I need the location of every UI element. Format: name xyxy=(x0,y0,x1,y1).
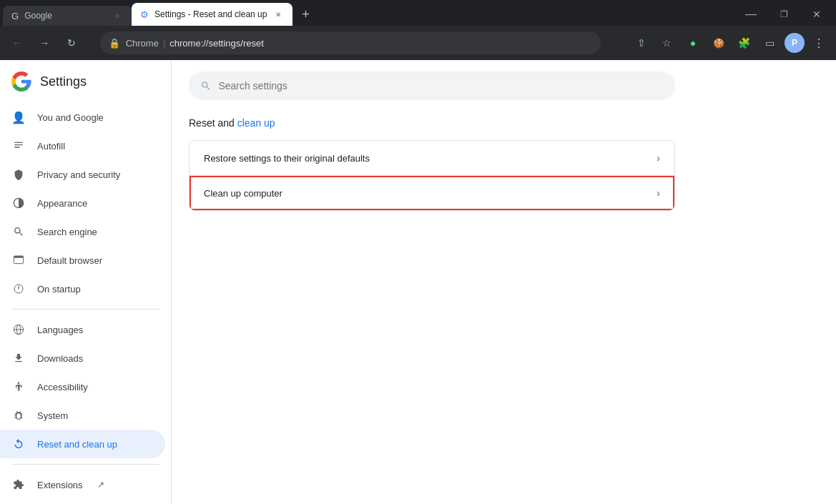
search-input[interactable] xyxy=(218,80,664,92)
tab-google-close[interactable]: ✕ xyxy=(112,10,123,21)
google-logo-icon xyxy=(11,71,31,92)
bookmark-button[interactable]: ☆ xyxy=(656,31,679,54)
accessibility-icon xyxy=(11,381,26,392)
sidebar-label-default-browser: Default browser xyxy=(37,255,102,266)
search-bar-wrapper xyxy=(189,71,819,100)
svg-rect-3 xyxy=(14,147,20,147)
page-title-reset-part: Reset and xyxy=(189,117,237,129)
address-bar-input[interactable]: 🔒 Chrome | chrome://settings/reset xyxy=(100,31,601,54)
sidebar-label-languages: Languages xyxy=(37,325,83,335)
settings-favicon: ⚙ xyxy=(140,9,149,20)
page-title: Reset and clean up xyxy=(189,117,819,129)
reload-button[interactable]: ↻ xyxy=(60,31,83,54)
external-link-icon: ↗ xyxy=(97,480,104,490)
minimize-button[interactable]: — xyxy=(734,3,767,26)
sidebar-label-extensions: Extensions xyxy=(37,480,83,490)
sidebar-label-appearance: Appearance xyxy=(37,198,87,209)
sidebar-item-extensions[interactable]: Extensions ↗ xyxy=(0,470,165,499)
sidebar-label-system: System xyxy=(37,410,68,421)
startup-icon xyxy=(11,283,26,295)
forward-button[interactable]: → xyxy=(33,31,56,54)
address-chrome-part: Chrome xyxy=(126,38,159,49)
restore-settings-arrow: › xyxy=(656,152,660,164)
clean-up-computer-arrow: › xyxy=(656,187,660,199)
restore-settings-text: Restore settings to their original defau… xyxy=(204,153,656,164)
title-bar: G Google ✕ ⚙ Settings - Reset and clean … xyxy=(0,0,836,26)
sidebar-label-on-startup: On startup xyxy=(37,284,81,295)
sidebar-label-search: Search engine xyxy=(37,227,97,237)
menu-button[interactable]: ⋮ xyxy=(807,31,830,54)
user-profile-button[interactable]: P xyxy=(785,33,805,53)
download-icon xyxy=(11,352,26,364)
address-separator: | xyxy=(163,38,165,49)
share-button[interactable]: ⇧ xyxy=(630,31,653,54)
svg-rect-2 xyxy=(14,144,23,145)
person-icon: 👤 xyxy=(11,111,26,124)
content-area: Reset and clean up Restore settings to t… xyxy=(172,60,836,504)
restore-button[interactable]: ❐ xyxy=(767,3,800,26)
sidebar-item-accessibility[interactable]: Accessibility xyxy=(0,372,165,401)
toggle-sidebar-button[interactable]: ▭ xyxy=(759,31,782,54)
clean-up-computer-row[interactable]: Clean up computer › xyxy=(190,176,674,210)
back-button[interactable]: ← xyxy=(6,31,29,54)
address-bar: ← → ↻ 🔒 Chrome | chrome://settings/reset… xyxy=(0,26,836,60)
appearance-icon xyxy=(11,197,26,209)
shield-icon xyxy=(11,169,26,180)
sidebar-label-you-and-google: You and Google xyxy=(37,112,104,123)
toolbar-icons: ⇧ ☆ ● 🍪 🧩 ▭ P ⋮ xyxy=(630,31,830,54)
address-full: chrome://settings/reset xyxy=(169,38,264,49)
sidebar-item-on-startup[interactable]: On startup xyxy=(0,275,165,303)
sidebar-label-privacy: Privacy and security xyxy=(37,169,120,180)
sidebar-header: Settings xyxy=(0,66,171,103)
browser-icon xyxy=(11,255,26,266)
google-favicon: G xyxy=(11,11,19,21)
tab-settings-label: Settings - Reset and clean up xyxy=(154,9,267,19)
sidebar-item-autofill[interactable]: Autofill xyxy=(0,132,165,160)
search-bar-icon xyxy=(200,80,211,92)
clean-up-computer-text: Clean up computer xyxy=(204,188,656,199)
sidebar-divider xyxy=(11,309,159,310)
svg-rect-1 xyxy=(14,142,23,143)
restore-settings-row[interactable]: Restore settings to their original defau… xyxy=(190,141,674,176)
sidebar-item-search-engine[interactable]: Search engine xyxy=(0,217,165,246)
search-bar[interactable] xyxy=(189,71,675,100)
settings-title: Settings xyxy=(40,74,87,89)
sidebar-label-downloads: Downloads xyxy=(37,353,83,364)
cookies-button[interactable]: 🍪 xyxy=(707,31,730,54)
tab-settings-close[interactable]: ✕ xyxy=(272,9,284,20)
sidebar: Settings 👤 You and Google Autofill Priva… xyxy=(0,60,172,504)
profile-circle[interactable]: ● xyxy=(682,31,704,54)
sidebar-label-accessibility: Accessibility xyxy=(37,382,88,392)
security-icon: 🔒 xyxy=(109,38,120,49)
search-icon xyxy=(11,226,26,237)
sidebar-item-you-and-google[interactable]: 👤 You and Google xyxy=(0,103,165,132)
sidebar-item-downloads[interactable]: Downloads xyxy=(0,344,165,372)
window-controls: — ❐ ✕ xyxy=(734,0,836,26)
autofill-icon xyxy=(11,140,26,152)
tab-google-label: Google xyxy=(24,11,52,21)
reset-icon xyxy=(11,438,26,450)
sidebar-divider-2 xyxy=(11,464,159,465)
globe-icon xyxy=(11,324,26,335)
sidebar-item-appearance[interactable]: Appearance xyxy=(0,189,165,217)
settings-card: Restore settings to their original defau… xyxy=(189,140,675,211)
sidebar-item-default-browser[interactable]: Default browser xyxy=(0,246,165,275)
svg-rect-6 xyxy=(14,256,23,258)
tab-google[interactable]: G Google ✕ xyxy=(3,6,132,26)
system-icon xyxy=(11,410,26,421)
extensions-sidebar-icon xyxy=(11,479,26,490)
sidebar-item-reset-clean[interactable]: Reset and clean up xyxy=(0,430,165,458)
main-layout: Settings 👤 You and Google Autofill Priva… xyxy=(0,60,836,504)
new-tab-button[interactable]: + xyxy=(295,4,315,24)
sidebar-item-system[interactable]: System xyxy=(0,401,165,430)
page-title-blue-part: clean up xyxy=(237,117,275,129)
sidebar-item-languages[interactable]: Languages xyxy=(0,315,165,344)
sidebar-item-privacy-security[interactable]: Privacy and security xyxy=(0,160,165,189)
tab-settings[interactable]: ⚙ Settings - Reset and clean up ✕ xyxy=(132,3,292,26)
svg-point-12 xyxy=(18,382,20,384)
extensions-button[interactable]: 🧩 xyxy=(733,31,756,54)
sidebar-label-autofill: Autofill xyxy=(37,141,65,152)
sidebar-label-reset: Reset and clean up xyxy=(37,439,117,450)
close-button[interactable]: ✕ xyxy=(800,3,833,26)
